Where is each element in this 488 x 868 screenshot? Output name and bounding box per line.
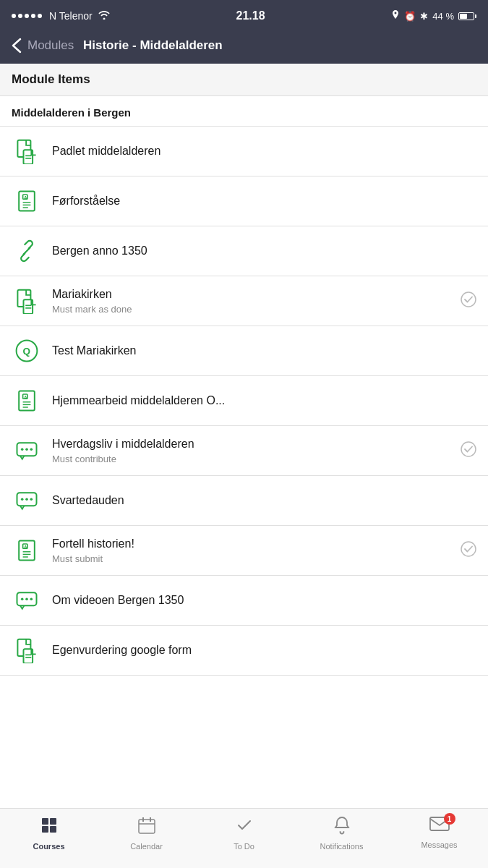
svg-point-32 xyxy=(30,498,33,501)
svg-rect-51 xyxy=(50,826,56,833)
calendar-icon xyxy=(137,816,156,839)
discussion-icon xyxy=(12,485,42,516)
list-item[interactable]: Om videoen Bergen 1350 xyxy=(0,576,488,626)
assignment-icon: A xyxy=(12,186,42,216)
bell-icon xyxy=(333,816,351,839)
tab-courses[interactable]: Courses xyxy=(0,814,98,851)
item-content: Bergen anno 1350 xyxy=(52,244,476,259)
svg-point-39 xyxy=(461,542,476,556)
item-content: Hjemmearbeid middelalderen O... xyxy=(52,393,476,409)
alarm-icon: ⏰ xyxy=(404,11,416,22)
battery-icon xyxy=(458,12,476,20)
svg-rect-48 xyxy=(42,818,48,825)
item-title: Padlet middelalderen xyxy=(52,144,476,159)
content-area: Middelalderen i Bergen Padlet middelalde… xyxy=(0,96,488,741)
group-title: Middelalderen i Bergen xyxy=(0,96,488,127)
svg-rect-49 xyxy=(50,818,56,825)
item-title: Fortell historien! xyxy=(52,537,455,552)
nav-title: Modules Historie - Middelalderen xyxy=(27,38,223,53)
svg-point-26 xyxy=(25,448,28,451)
nav-current-title: Historie - Middelalderen xyxy=(83,38,223,52)
svg-point-43 xyxy=(30,597,33,600)
svg-point-42 xyxy=(25,597,28,600)
svg-point-25 xyxy=(21,448,24,451)
tab-todo-label: To Do xyxy=(234,842,254,851)
item-subtitle: Must mark as done xyxy=(52,304,455,315)
link-icon xyxy=(12,236,42,266)
tab-calendar[interactable]: Calendar xyxy=(98,814,195,851)
svg-line-10 xyxy=(24,248,30,255)
messages-badge: 1 xyxy=(444,813,455,825)
list-item[interactable]: A Hjemmearbeid middelalderen O... xyxy=(0,376,488,426)
item-title: Bergen anno 1350 xyxy=(52,244,476,259)
item-content: Test Mariakirken xyxy=(52,344,476,359)
item-content: Førforståelse xyxy=(52,194,476,209)
list-item[interactable]: Q Test Mariakirken xyxy=(0,326,488,376)
list-item[interactable]: A Fortell historien!Must submit xyxy=(0,526,488,576)
discussion-icon xyxy=(12,585,42,616)
item-subtitle: Must contribute xyxy=(52,454,455,464)
check-icon xyxy=(461,441,476,461)
page-icon xyxy=(12,136,42,166)
tab-todo[interactable]: To Do xyxy=(195,814,293,851)
item-content: Fortell historien!Must submit xyxy=(52,537,455,564)
carrier-name: N Telenor xyxy=(49,10,93,22)
item-content: Om videoen Bergen 1350 xyxy=(52,593,476,608)
item-title: Svartedauden xyxy=(52,493,476,509)
item-content: Egenvurdering google form xyxy=(52,643,476,658)
item-content: MariakirkenMust mark as done xyxy=(52,287,455,315)
item-title: Førforståelse xyxy=(52,194,476,209)
svg-text:Q: Q xyxy=(23,346,31,357)
list-item[interactable]: Svartedauden xyxy=(0,476,488,526)
discussion-icon xyxy=(12,435,42,466)
check-icon xyxy=(461,541,476,561)
page-icon xyxy=(12,635,42,665)
item-title: Om videoen Bergen 1350 xyxy=(52,593,476,608)
tab-messages[interactable]: 1 Messages xyxy=(390,814,488,849)
svg-point-27 xyxy=(30,448,33,451)
battery-text: 44 % xyxy=(432,11,454,22)
status-time: 21.18 xyxy=(236,9,265,22)
status-right: ⏰ ✱ 44 % xyxy=(391,10,476,22)
tab-bar: Courses Calendar To Do Notification xyxy=(0,808,488,868)
item-content: Svartedauden xyxy=(52,493,476,509)
module-items-list: Padlet middelalderen A Førforståelse Ber… xyxy=(0,127,488,676)
item-content: Hverdagsliv i middelalderenMust contribu… xyxy=(52,437,455,464)
status-left: N Telenor xyxy=(12,10,110,22)
item-subtitle: Must submit xyxy=(52,553,455,564)
signal-dots xyxy=(12,14,42,18)
quiz-icon: Q xyxy=(12,336,42,366)
svg-text:A: A xyxy=(24,545,27,550)
tab-notifications-label: Notifications xyxy=(320,842,364,851)
back-button[interactable] xyxy=(12,38,22,54)
assignment-icon: A xyxy=(12,535,42,566)
list-item[interactable]: Bergen anno 1350 xyxy=(0,226,488,276)
status-bar: N Telenor 21.18 ⏰ ✱ 44 % xyxy=(0,0,488,32)
list-item[interactable]: A Førforståelse xyxy=(0,176,488,226)
location-icon xyxy=(391,10,400,22)
nav-back-label: Modules xyxy=(27,38,74,52)
tab-calendar-label: Calendar xyxy=(130,842,163,851)
svg-rect-52 xyxy=(139,820,155,833)
svg-text:A: A xyxy=(24,195,27,200)
item-title: Mariakirken xyxy=(52,287,455,302)
nav-header: Modules Historie - Middelalderen xyxy=(0,32,488,64)
list-item[interactable]: MariakirkenMust mark as done xyxy=(0,276,488,326)
courses-icon xyxy=(40,816,59,839)
list-item[interactable]: Egenvurdering google form xyxy=(0,626,488,676)
item-title: Egenvurdering google form xyxy=(52,643,476,658)
item-title: Test Mariakirken xyxy=(52,344,476,359)
wifi-icon xyxy=(98,10,110,22)
svg-point-31 xyxy=(25,498,28,501)
item-title: Hverdagsliv i middelalderen xyxy=(52,437,455,452)
item-content: Padlet middelalderen xyxy=(52,144,476,159)
tab-messages-label: Messages xyxy=(421,841,457,849)
tab-courses-label: Courses xyxy=(33,842,64,851)
list-item[interactable]: Padlet middelalderen xyxy=(0,127,488,176)
page-icon xyxy=(12,286,42,316)
section-header: Module Items xyxy=(0,64,488,96)
tab-notifications[interactable]: Notifications xyxy=(293,814,390,851)
svg-point-28 xyxy=(461,442,476,456)
list-item[interactable]: Hverdagsliv i middelalderenMust contribu… xyxy=(0,426,488,476)
svg-text:A: A xyxy=(24,395,27,400)
